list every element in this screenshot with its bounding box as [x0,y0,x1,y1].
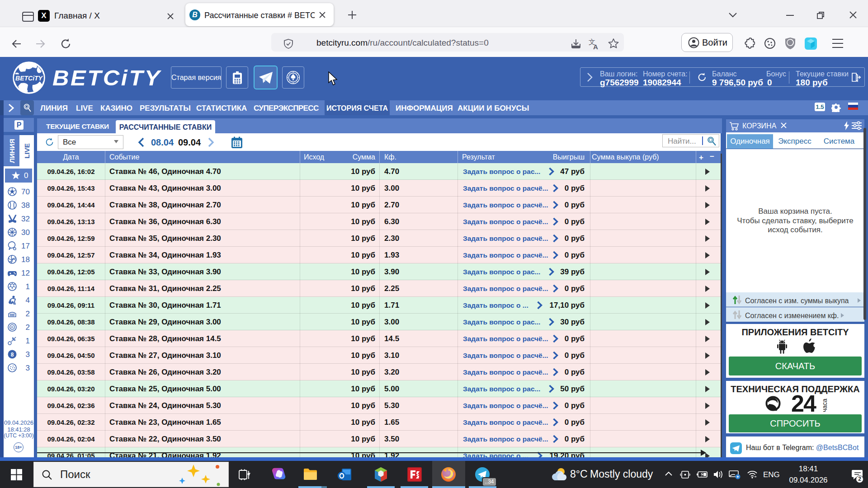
svg-text:BETCiTY: BETCiTY [15,75,43,82]
svg-text:A: A [593,43,598,51]
